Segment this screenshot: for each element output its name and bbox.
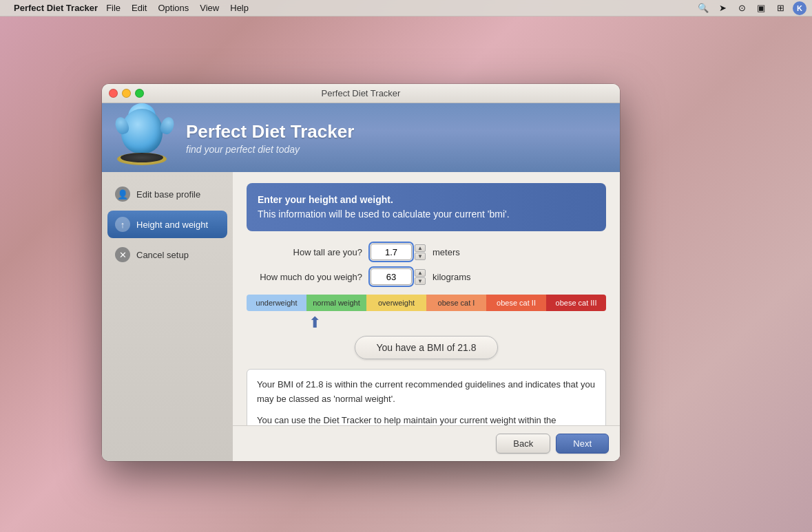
x-icon: ✕ [114,246,131,263]
height-input[interactable] [371,244,412,260]
height-decrement-button[interactable]: ▼ [415,253,426,260]
bmi-desc-para1: Your BMI of 21.8 is within the current r… [257,378,596,407]
bmi-arrow-wrap: ⬆ [247,314,606,332]
main-area: Enter your height and weight. This infor… [233,172,620,461]
height-increment-button[interactable]: ▲ [415,244,426,252]
person-icon: 👤 [114,186,131,202]
instruction-line2: This information will be used to calcula… [258,207,595,222]
bmi-result-display: You have a BMI of 21.8 [355,336,497,359]
weight-row: How much do you weigh? ▲ ▼ kilograms [247,268,606,285]
weight-increment-button[interactable]: ▲ [415,269,426,277]
height-row: How tall are you? ▲ ▼ meters [247,244,606,260]
user-badge[interactable]: K [793,1,806,15]
weight-decrement-button[interactable]: ▼ [415,277,426,285]
menu-bar-right: 🔍 ➤ ⊙ ▣ ⊞ K [696,1,806,15]
bmi-obese3-segment: obese cat III [546,295,606,311]
bmi-obese1-segment: obese cat I [426,295,486,311]
back-button[interactable]: Back [496,434,550,454]
height-input-wrap: ▲ ▼ meters [371,244,460,260]
header-title: Perfect Diet Tracker [186,121,354,142]
app-window: Perfect Diet Tracker Perfect Diet Tracke… [102,84,620,461]
title-bar: Perfect Diet Tracker [102,84,620,103]
instruction-box: Enter your height and weight. This infor… [247,183,606,231]
weight-stepper: ▲ ▼ [415,269,426,285]
mascot-scale [121,153,163,162]
instruction-line1: Enter your height and weight. [258,193,595,207]
height-label: How tall are you? [247,247,371,257]
weight-label: How much do you weigh? [247,272,371,282]
wifi-icon[interactable]: ▣ [754,1,768,15]
window-controls [109,89,144,98]
bmi-obese2-segment: obese cat II [486,295,546,311]
bmi-overweight-segment: overweight [366,295,426,311]
sidebar-item-edit-base-profile[interactable]: 👤 Edit base profile [107,180,227,208]
header-subtitle: find your perfect diet today [186,144,354,155]
bottom-bar: Back Next [233,425,620,461]
height-stepper: ▲ ▼ [415,244,426,260]
grid-icon[interactable]: ⊞ [773,1,787,15]
app-header: Perfect Diet Tracker find your perfect d… [102,103,620,172]
bmi-scale-wrap: underweight normal weight overweight obe… [247,295,606,332]
sidebar-item-height-weight[interactable]: ↑ Height and weight [107,211,227,238]
sidebar-label-cancel-setup: Cancel setup [136,250,189,260]
weight-unit: kilograms [433,272,471,282]
maximize-button[interactable] [135,89,144,98]
bmi-underweight-segment: underweight [247,295,306,311]
weight-input-wrap: ▲ ▼ kilograms [371,268,471,285]
notification-icon[interactable]: ⊙ [735,1,749,15]
menu-view[interactable]: View [200,3,219,13]
menu-options[interactable]: Options [158,3,189,13]
header-text: Perfect Diet Tracker find your perfect d… [186,121,354,155]
send-icon[interactable]: ➤ [716,1,729,15]
menu-bar: Perfect Diet Tracker File Edit Options V… [0,0,812,17]
next-button[interactable]: Next [556,434,609,454]
sidebar-item-cancel-setup[interactable]: ✕ Cancel setup [107,241,227,268]
bmi-scale: underweight normal weight overweight obe… [247,295,606,311]
minimize-button[interactable] [122,89,131,98]
height-unit: meters [433,247,460,257]
weight-input[interactable] [371,268,412,285]
window-title: Perfect Diet Tracker [322,88,401,98]
menu-bar-items: File Edit Options View Help [106,3,249,13]
sidebar-label-height-weight: Height and weight [136,220,208,230]
close-button[interactable] [109,89,118,98]
app-name-menu[interactable]: Perfect Diet Tracker [14,3,98,13]
menu-file[interactable]: File [106,3,121,13]
bmi-arrow-icon: ⬆ [309,314,321,332]
sidebar: 👤 Edit base profile ↑ Height and weight … [102,172,233,461]
sidebar-label-edit-base-profile: Edit base profile [136,189,200,200]
mascot-figure [113,103,175,165]
menu-help[interactable]: Help [230,3,249,13]
bmi-normal-segment: normal weight [306,295,366,311]
arrow-up-icon: ↑ [114,216,131,233]
search-menubar-icon[interactable]: 🔍 [696,1,710,15]
menu-edit[interactable]: Edit [132,3,147,13]
